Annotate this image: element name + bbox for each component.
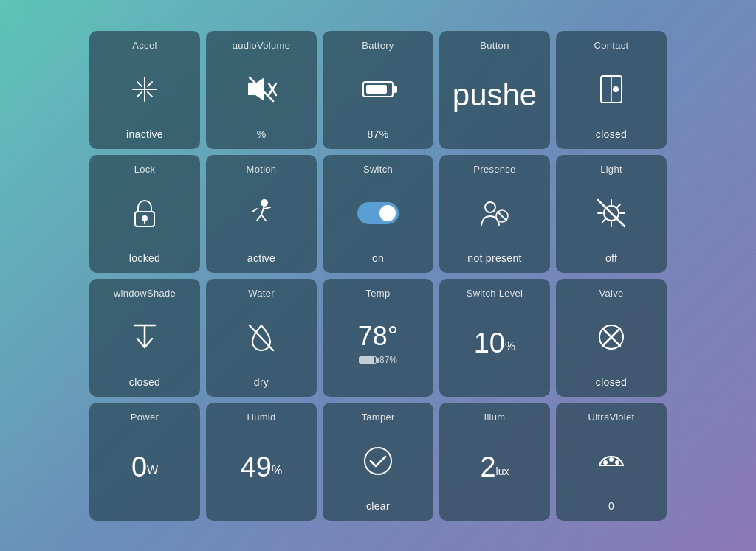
button-title: Button: [480, 40, 509, 51]
windowshade-title: windowShade: [114, 288, 176, 299]
tamper-icon: [359, 423, 397, 500]
tamper-value: clear: [366, 500, 390, 512]
lock-title: Lock: [134, 164, 156, 175]
illum-icon: 2lux: [480, 423, 509, 512]
tile-button[interactable]: Button pushe: [439, 31, 550, 149]
water-icon: [242, 299, 281, 376]
illum-title: Illum: [484, 412, 506, 423]
svg-line-5: [148, 92, 152, 97]
light-value: off: [605, 252, 617, 264]
tile-power[interactable]: Power 0W: [89, 403, 200, 521]
presence-icon: [475, 175, 514, 252]
contact-icon: [592, 51, 630, 128]
audiovolume-value: %: [257, 128, 267, 140]
switch-icon: [357, 175, 399, 252]
humid-unit: %: [272, 464, 282, 477]
presence-title: Presence: [473, 164, 515, 175]
contact-title: Contact: [594, 40, 629, 51]
humid-title: Humid: [247, 412, 275, 423]
tile-ultraviolet[interactable]: UltraViolet 0: [556, 403, 667, 521]
light-icon: [592, 175, 630, 252]
humid-value: 49: [241, 451, 272, 483]
tile-accel[interactable]: Accel inactive: [89, 31, 200, 149]
sensor-grid: Accel inactive audioVolume %: [75, 16, 681, 536]
power-title: Power: [131, 412, 159, 423]
illum-unit: lux: [496, 465, 509, 477]
windowshade-icon: [126, 299, 164, 376]
tile-illum[interactable]: Illum 2lux: [439, 403, 550, 521]
tile-humid[interactable]: Humid 49%: [206, 403, 317, 521]
tile-switchlevel[interactable]: Switch Level 10%: [439, 279, 550, 397]
tile-water[interactable]: Water dry: [206, 279, 317, 397]
svg-line-2: [137, 82, 142, 86]
humid-icon: 49%: [241, 423, 283, 512]
tile-valve[interactable]: Valve closed: [556, 279, 667, 397]
svg-point-16: [261, 200, 267, 206]
tile-light[interactable]: Light off: [556, 155, 667, 273]
accel-title: Accel: [132, 40, 157, 51]
temp-icon-value: 78° 87%: [358, 299, 398, 388]
tile-presence[interactable]: Presence not present: [439, 155, 550, 273]
switch-value: on: [372, 252, 384, 264]
valve-icon: [592, 299, 630, 376]
battery-value: 87%: [368, 128, 389, 140]
tile-tamper[interactable]: Tamper clear: [323, 403, 433, 521]
svg-line-27: [617, 204, 620, 207]
svg-line-19: [498, 212, 506, 221]
audiovolume-title: audioVolume: [233, 40, 290, 51]
illum-value: 2: [480, 451, 495, 483]
motion-title: Motion: [247, 164, 277, 175]
motion-value: active: [247, 252, 275, 264]
tile-temp[interactable]: Temp 78° 87%: [323, 279, 433, 397]
power-unit: W: [147, 464, 158, 477]
switchlevel-value: 10: [474, 328, 505, 359]
svg-point-39: [610, 458, 613, 461]
lock-value: locked: [129, 252, 160, 264]
power-icon: 0W: [131, 423, 158, 512]
switchlevel-title: Switch Level: [467, 288, 523, 299]
water-value: dry: [254, 376, 269, 388]
tile-battery[interactable]: Battery 87%: [323, 31, 433, 149]
svg-line-28: [602, 219, 605, 222]
svg-point-36: [365, 448, 391, 474]
button-value: pushe: [453, 77, 537, 113]
presence-value: not present: [467, 252, 521, 264]
windowshade-value: closed: [129, 376, 160, 388]
switch-title: Switch: [363, 164, 393, 175]
svg-line-4: [137, 92, 142, 97]
temp-sub: 87%: [379, 355, 397, 365]
svg-point-38: [604, 461, 607, 464]
tile-audiovolume[interactable]: audioVolume %: [206, 31, 317, 149]
tile-motion[interactable]: Motion active: [206, 155, 317, 273]
ultraviolet-value: 0: [608, 500, 614, 512]
valve-value: closed: [596, 376, 627, 388]
accel-icon: [126, 51, 164, 128]
svg-point-12: [614, 87, 618, 91]
svg-point-17: [485, 202, 495, 212]
water-title: Water: [248, 288, 275, 299]
motion-icon: [242, 175, 281, 252]
battery-icon: [362, 51, 394, 128]
button-icon: pushe: [453, 51, 537, 140]
light-title: Light: [600, 164, 622, 175]
ultraviolet-icon: [592, 423, 630, 500]
power-value: 0: [131, 451, 147, 483]
ultraviolet-title: UltraViolet: [588, 412, 634, 423]
switchlevel-icon: 10%: [474, 299, 516, 388]
valve-title: Valve: [599, 288, 623, 299]
temp-title: Temp: [366, 288, 391, 299]
audiovolume-icon: [242, 51, 281, 128]
tile-windowshade[interactable]: windowShade closed: [89, 279, 200, 397]
temp-value: 78°: [358, 321, 398, 352]
tile-switch[interactable]: Switch on: [323, 155, 433, 273]
svg-point-40: [616, 461, 619, 464]
switchlevel-unit: %: [505, 340, 515, 353]
accel-value: inactive: [126, 128, 163, 140]
svg-line-3: [148, 82, 152, 86]
tile-contact[interactable]: Contact closed: [556, 31, 667, 149]
tile-lock[interactable]: Lock locked: [89, 155, 200, 273]
battery-title: Battery: [362, 40, 394, 51]
tamper-title: Tamper: [361, 412, 394, 423]
lock-icon: [126, 175, 164, 252]
contact-value: closed: [596, 128, 627, 140]
